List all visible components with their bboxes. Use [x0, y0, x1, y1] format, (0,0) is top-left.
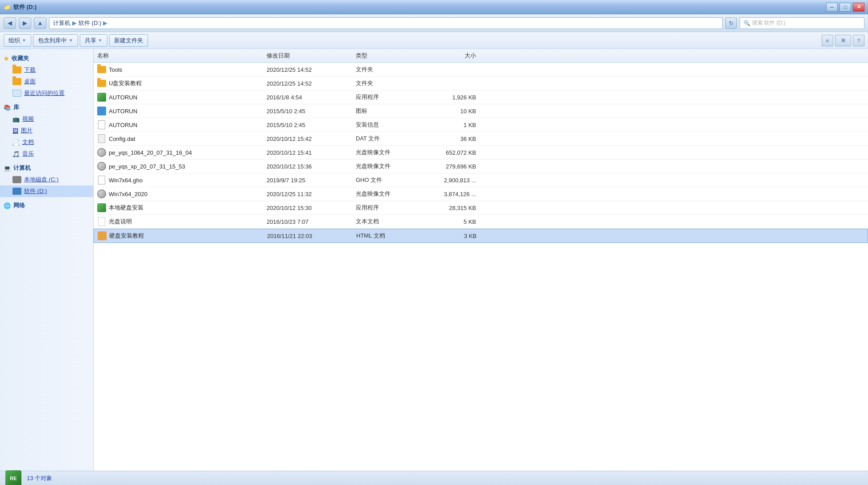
iso-icon [97, 189, 106, 198]
html-icon [98, 231, 107, 240]
table-row[interactable]: 本地硬盘安装 2020/10/12 15:30 应用程序 28,315 KB [94, 201, 868, 215]
library-icon: 📚 [4, 104, 11, 111]
column-size[interactable]: 大小 [423, 52, 476, 60]
help-button[interactable]: ? [853, 35, 864, 46]
file-icon-wrapper [97, 134, 106, 143]
breadcrumb[interactable]: 计算机 ▶ 软件 (D:) ▶ [49, 17, 723, 29]
file-icon-wrapper [97, 120, 106, 129]
include-arrow: ▼ [69, 38, 73, 43]
status-icon: RE [5, 470, 21, 485]
file-name: Config.dat [109, 136, 135, 142]
file-type: 光盘映像文件 [356, 148, 423, 156]
table-row[interactable]: Win7x64.gho 2019/9/7 19:25 GHO 文件 2,900,… [94, 173, 868, 187]
sidebar-item-drive-c[interactable]: 本地磁盘 (C:) [0, 174, 93, 185]
refresh-button[interactable]: ↻ [725, 17, 737, 29]
column-type[interactable]: 类型 [356, 52, 423, 60]
file-type: GHO 文件 [356, 176, 423, 184]
table-row[interactable]: Win7x64_2020 2020/12/25 11:32 光盘映像文件 3,8… [94, 187, 868, 201]
window-icon: 📁 [4, 4, 11, 10]
sidebar-item-video[interactable]: 📺 视频 [0, 113, 93, 125]
column-date[interactable]: 修改日期 [267, 52, 356, 60]
table-row[interactable]: U盘安装教程 2020/12/25 14:52 文件夹 [94, 77, 868, 90]
dat-icon [98, 134, 105, 143]
sidebar-network-header[interactable]: 🌐 网络 [0, 200, 93, 211]
file-icon-wrapper [97, 176, 106, 185]
include-library-button[interactable]: 包含到库中 ▼ [33, 34, 78, 47]
up-button[interactable]: ▲ [34, 17, 46, 29]
file-size: 10 KB [423, 108, 476, 115]
file-icon [98, 120, 105, 129]
sidebar-network-section: 🌐 网络 [0, 200, 93, 211]
organize-button[interactable]: 组织 ▼ [4, 34, 31, 47]
table-row[interactable]: 光盘说明 2016/10/23 7:07 文本文档 5 KB [94, 215, 868, 229]
change-view-button[interactable]: ⊞ [835, 35, 851, 46]
file-type: 光盘映像文件 [356, 190, 423, 198]
minimize-button[interactable]: ─ [826, 3, 838, 12]
iso-icon [97, 148, 106, 157]
file-icon-wrapper [97, 93, 106, 102]
sidebar: ★ 收藏夹 下载 桌面 最近访问的位置 📚 库 📺 [0, 49, 94, 471]
sidebar-item-music[interactable]: 🎵 音乐 [0, 148, 93, 160]
main-layout: ★ 收藏夹 下载 桌面 最近访问的位置 📚 库 📺 [0, 49, 868, 471]
maximize-button[interactable]: □ [839, 3, 851, 12]
file-size: 36 KB [423, 136, 476, 142]
share-button[interactable]: 共享 ▼ [80, 34, 107, 47]
file-date: 2016/11/21 22:03 [267, 233, 356, 239]
file-icon-wrapper [97, 189, 106, 198]
file-name: 本地硬盘安装 [109, 204, 144, 212]
file-icon-wrapper [98, 231, 107, 240]
sidebar-item-pictures[interactable]: 🖼 图片 [0, 125, 93, 136]
breadcrumb-sep-2: ▶ [103, 20, 107, 26]
file-size: 3,874,126 ... [423, 191, 476, 197]
sidebar-computer-header[interactable]: 💻 计算机 [0, 162, 93, 174]
file-name: Tools [109, 66, 122, 73]
table-row[interactable]: pe_yqs_xp_20_07_31_15_53 2020/10/12 15:3… [94, 160, 868, 173]
back-button[interactable]: ◀ [4, 17, 16, 29]
file-rows: Tools 2020/12/25 14:52 文件夹 U盘安装教程 2020/1… [94, 63, 868, 243]
file-name: 硬盘安装教程 [109, 232, 144, 240]
file-name-cell: AUTORUN [97, 107, 267, 115]
file-type: 应用程序 [356, 93, 423, 101]
file-icon-wrapper [97, 65, 106, 74]
forward-button[interactable]: ▶ [19, 17, 31, 29]
file-list-container: 名称 修改日期 类型 大小 Tools 2020/12/25 14:52 文件夹… [94, 49, 868, 471]
gho-icon [98, 176, 105, 185]
breadcrumb-computer[interactable]: 计算机 [53, 19, 70, 27]
sidebar-favorites-header[interactable]: ★ 收藏夹 [0, 53, 93, 64]
iso-icon [97, 162, 106, 171]
table-row[interactable]: AUTORUN 2015/5/10 2:45 安装信息 1 KB [94, 118, 868, 132]
breadcrumb-drive[interactable]: 软件 (D:) [78, 19, 101, 27]
new-folder-button[interactable]: 新建文件夹 [109, 34, 148, 47]
sidebar-item-desktop[interactable]: 桌面 [0, 76, 93, 87]
file-type: 文本文档 [356, 218, 423, 226]
table-row[interactable]: pe_yqs_1064_20_07_31_16_04 2020/10/12 15… [94, 146, 868, 160]
exe-icon [97, 203, 106, 212]
search-icon: 🔍 [744, 20, 750, 26]
sidebar-item-documents[interactable]: 📄 文档 [0, 136, 93, 148]
file-size: 2,900,813 ... [423, 177, 476, 184]
file-name: AUTORUN [109, 94, 137, 101]
file-name-cell: 硬盘安装教程 [98, 231, 267, 240]
sidebar-item-drive-d[interactable]: 软件 (D:) [0, 185, 93, 197]
search-bar[interactable]: 🔍 搜索 软件 (D:) [740, 17, 864, 29]
file-date: 2020/10/12 15:36 [267, 163, 356, 170]
sidebar-item-recent[interactable]: 最近访问的位置 [0, 87, 93, 99]
table-row[interactable]: AUTORUN 2016/1/8 4:54 应用程序 1,926 KB [94, 90, 868, 104]
close-button[interactable]: ✕ [853, 3, 864, 12]
sidebar-library-header[interactable]: 📚 库 [0, 102, 93, 113]
file-date: 2020/12/25 14:52 [267, 80, 356, 87]
sidebar-computer-section: 💻 计算机 本地磁盘 (C:) 软件 (D:) [0, 162, 93, 197]
file-icon-wrapper [97, 162, 106, 171]
column-name[interactable]: 名称 [97, 52, 267, 60]
view-options-button[interactable]: ≡ [822, 35, 833, 46]
file-type: 光盘映像文件 [356, 162, 423, 170]
sidebar-item-downloads[interactable]: 下载 [0, 64, 93, 76]
table-row[interactable]: Tools 2020/12/25 14:52 文件夹 [94, 63, 868, 77]
table-row[interactable]: AUTORUN 2015/5/10 2:45 图标 10 KB [94, 104, 868, 118]
table-row[interactable]: Config.dat 2020/10/12 15:42 DAT 文件 36 KB [94, 132, 868, 146]
file-list-header: 名称 修改日期 类型 大小 [94, 49, 868, 63]
file-name: AUTORUN [109, 108, 137, 115]
file-name: pe_yqs_1064_20_07_31_16_04 [109, 149, 192, 156]
sidebar-library-section: 📚 库 📺 视频 🖼 图片 📄 文档 🎵 音乐 [0, 102, 93, 160]
table-row[interactable]: 硬盘安装教程 2016/11/21 22:03 HTML 文档 3 KB [94, 229, 868, 243]
